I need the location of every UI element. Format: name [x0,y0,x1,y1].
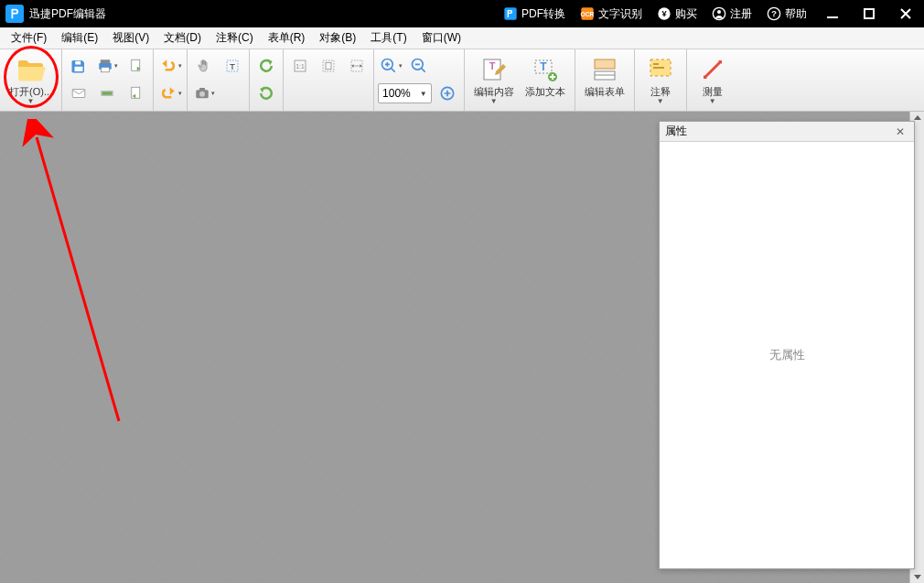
titlebar: 迅捷PDF编辑器 PDF转换 OCR 文字识别 ¥ 购买 注册 ? 帮助 [0,0,924,27]
app-title: 迅捷PDF编辑器 [29,6,106,22]
ocr-label: 文字识别 [598,6,642,22]
svg-text:T: T [230,61,235,71]
svg-text:T: T [540,60,547,73]
hand-tool-button[interactable] [191,53,217,79]
measure-label: 测量 [703,86,723,97]
open-label: 打开(O)... [9,86,52,97]
chevron-down-icon: ▼ [709,97,716,105]
rotate-cw-icon [257,84,275,103]
annotate-button[interactable]: 注释 ▼ [639,53,682,108]
menu-object[interactable]: 对象(B) [312,27,363,49]
menu-window[interactable]: 窗口(W) [414,27,468,49]
svg-point-24 [199,92,205,97]
menu-comment[interactable]: 注释(C) [209,27,261,49]
page-import-icon [128,85,145,102]
menu-edit[interactable]: 编辑(E) [54,27,105,49]
rotate-cw-button[interactable] [253,81,279,106]
zoom-marquee-button[interactable] [435,81,460,106]
no-properties-text: 无属性 [769,347,805,363]
chevron-down-icon: ▼ [657,97,664,105]
menu-tools[interactable]: 工具(T) [363,27,414,49]
yen-icon: ¥ [657,6,672,21]
minimize-button[interactable] [814,0,851,27]
measure-button[interactable]: 测量 ▼ [691,53,735,108]
menu-view[interactable]: 视图(V) [105,27,156,49]
user-icon [712,6,726,21]
register-label: 注册 [730,6,752,22]
svg-rect-12 [75,67,83,71]
ocr-button[interactable]: OCR 文字识别 [573,0,650,27]
close-icon [900,8,911,19]
measure-icon [700,55,725,84]
add-text-button[interactable]: T 添加文本 [520,53,571,108]
maximize-button[interactable] [851,0,887,27]
svg-text:¥: ¥ [661,9,667,18]
page-import-button[interactable] [124,81,149,106]
svg-rect-18 [102,92,113,95]
fit-width-button[interactable] [344,53,370,79]
svg-rect-13 [100,59,110,63]
chevron-down-icon: ▼ [490,97,498,105]
zoom-in-icon [380,57,398,75]
svg-rect-28 [323,60,334,71]
print-button[interactable]: ▾ [94,53,120,79]
menu-document[interactable]: 文档(D) [156,27,209,49]
svg-text:OCR: OCR [581,11,595,17]
svg-text:?: ? [771,9,777,18]
svg-rect-15 [101,68,109,72]
maximize-icon [864,8,875,19]
svg-point-6 [717,10,721,14]
actual-size-button[interactable]: 1:1 [287,53,313,79]
add-text-icon: T [532,55,558,84]
redo-button[interactable]: ▾ [157,81,183,106]
panel-close-button[interactable]: ✕ [892,125,908,138]
edit-form-button[interactable]: 编辑表单 [579,53,630,108]
open-button[interactable]: 打开(O)... ▼ [4,53,58,108]
register-button[interactable]: 注册 [704,0,759,27]
text-select-button[interactable]: T [220,53,245,79]
pdf-convert-button[interactable]: PDF转换 [496,0,573,27]
scan-button[interactable] [94,81,120,106]
snapshot-button[interactable]: ▾ [191,81,217,106]
chevron-down-icon: ▼ [420,90,427,98]
zoom-in-button[interactable]: ▾ [378,53,403,79]
menu-file[interactable]: 文件(F) [4,27,54,49]
hand-icon [196,58,212,74]
toolbar: 打开(O)... ▼ ▾ ▾ ▾ [0,49,924,112]
svg-text:T: T [489,60,495,71]
help-label: 帮助 [785,6,807,22]
page-export-icon [128,58,145,74]
scanner-icon [99,85,115,102]
fit-page-button[interactable] [316,53,341,79]
folder-open-icon [16,55,46,84]
edit-content-button[interactable]: T 编辑内容 ▼ [468,53,520,108]
properties-panel-header[interactable]: 属性 ✕ [660,122,914,142]
svg-rect-39 [595,59,615,69]
email-button[interactable] [66,81,91,106]
menu-form[interactable]: 表单(R) [261,27,313,49]
buy-button[interactable]: ¥ 购买 [650,0,704,27]
rotate-ccw-icon [257,57,275,75]
close-button[interactable] [887,0,924,27]
minimize-icon [827,8,838,19]
svg-rect-10 [865,9,874,18]
fit-page-icon [320,58,337,74]
annotate-label: 注释 [650,86,671,97]
undo-button[interactable]: ▾ [157,53,183,79]
save-button[interactable] [66,53,91,79]
pdf-convert-label: PDF转换 [521,6,565,22]
page-export-button[interactable] [124,53,149,79]
redo-icon [159,84,177,103]
properties-panel: 属性 ✕ 无属性 [659,121,915,569]
help-button[interactable]: ? 帮助 [759,0,814,27]
zoom-marquee-icon [438,84,457,103]
rotate-ccw-button[interactable] [253,53,279,79]
svg-text:1:1: 1:1 [295,63,305,70]
add-text-label: 添加文本 [525,86,565,97]
zoom-out-button[interactable] [406,53,432,79]
zoom-combo[interactable]: 100% ▼ [378,83,432,103]
fit-width-icon [349,58,365,74]
svg-rect-29 [326,62,331,70]
edit-form-icon [592,55,618,84]
chevron-down-icon: ▼ [27,97,35,105]
